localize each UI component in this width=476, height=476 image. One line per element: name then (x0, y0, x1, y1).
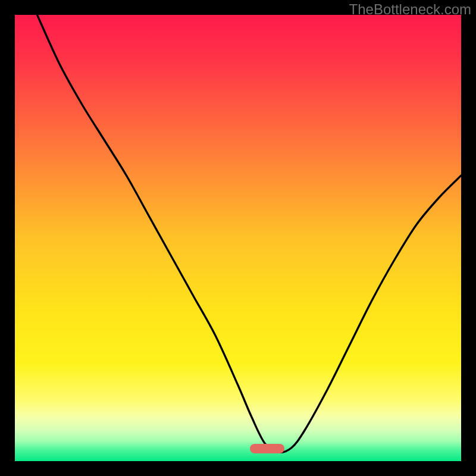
watermark-text: TheBottleneck.com (349, 1, 471, 18)
chart-frame: TheBottleneck.com (0, 0, 476, 476)
optimal-marker (250, 444, 285, 454)
bottleneck-curve (15, 15, 461, 461)
plot-area (15, 15, 461, 461)
